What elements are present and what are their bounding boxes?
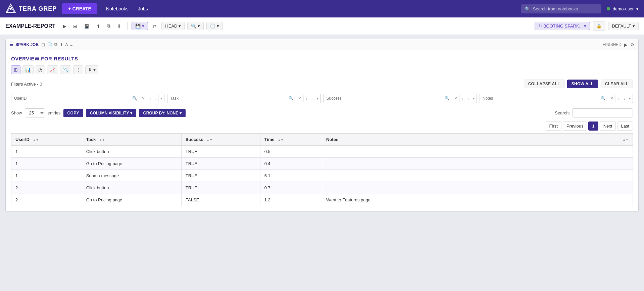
current-page-button[interactable]: 1 — [588, 122, 598, 131]
run-button[interactable]: ▶ — [61, 22, 68, 30]
booting-chevron-icon: ▾ — [584, 23, 586, 29]
success-sort-icons[interactable]: ▲▼ — [206, 138, 212, 142]
menu-icon[interactable]: ≡ — [70, 42, 73, 47]
table-header: UserID ▲▼ Task ▲▼ Success ▲▼ Time ▲▼ — [11, 134, 633, 146]
copy-button[interactable]: COPY — [63, 109, 83, 117]
notes-header-label: Notes — [326, 137, 338, 142]
first-page-button[interactable]: First — [546, 122, 561, 131]
pie-chart-btn[interactable]: ◔ — [36, 65, 45, 74]
notes-header: Notes ▲▼ — [322, 134, 633, 146]
jobs-nav[interactable]: Jobs — [135, 4, 151, 13]
bar-chart-btn[interactable]: 📊 — [22, 65, 34, 74]
userid-cell: 1 — [11, 158, 82, 170]
task-filter-input[interactable] — [167, 94, 286, 103]
document-icon[interactable]: 📄 — [47, 42, 52, 47]
userid-cell: 2 — [11, 194, 82, 206]
clear-all-button[interactable]: CLEAR ALL — [601, 80, 633, 88]
column-visibility-button[interactable]: COLUMN VISIBILITY ▾ — [86, 109, 137, 117]
clock-icon: 🕐 — [210, 23, 215, 29]
upload-button[interactable]: ⬆ — [94, 22, 102, 30]
userid-filter-input[interactable] — [11, 94, 130, 103]
booting-spark-button[interactable]: ↻ BOOTING SPARK... ▾ — [535, 22, 590, 30]
group-by-button[interactable]: GROUP BY: NONE ▾ — [139, 109, 186, 117]
userid-dropdown-icon[interactable]: ▾ — [158, 95, 164, 102]
settings-icon[interactable]: ⚙ — [630, 42, 634, 47]
user-area[interactable]: demo-user ▾ — [607, 6, 639, 11]
text-icon[interactable]: A — [65, 42, 68, 47]
success-dropdown-icon[interactable]: ▾ — [471, 95, 477, 102]
task-cell: Go to Pricing page — [82, 158, 181, 170]
toolbar-divider-1 — [127, 22, 128, 30]
lock-button[interactable]: 🔒 — [593, 21, 605, 31]
time-sort-icons[interactable]: ▲▼ — [278, 138, 284, 142]
search-input[interactable] — [533, 6, 597, 11]
userid-sort-asc-icon[interactable]: ↑ — [147, 95, 153, 102]
cloud-upload-icon[interactable]: ⬆ — [59, 42, 63, 47]
scatter-chart-btn[interactable]: ⋮ — [73, 65, 83, 74]
success-clear-icon[interactable]: ✕ — [452, 94, 459, 102]
search-box[interactable]: 🔍 — [521, 4, 601, 13]
list-icon: ☰ — [10, 42, 13, 47]
notes-filter-input[interactable] — [480, 94, 598, 103]
userid-sort-desc-icon[interactable]: ↓ — [153, 95, 159, 102]
clock-button[interactable]: 🕐 ▾ — [206, 22, 223, 30]
task-sort-asc-icon[interactable]: ↑ — [303, 95, 310, 102]
previous-page-button[interactable]: Previous — [563, 122, 587, 131]
copy-cell-button[interactable]: ⧉ — [105, 22, 112, 30]
userid-search-icon[interactable]: 🔍 — [130, 94, 140, 102]
next-page-button[interactable]: Next — [600, 122, 616, 131]
line-chart-btn[interactable]: 📉 — [60, 65, 71, 74]
create-button[interactable]: + CREATE — [62, 3, 97, 14]
overview-title: OVERVIEW FOR RESULTS — [11, 56, 633, 61]
table-chart-btn[interactable]: ⊞ — [11, 65, 20, 74]
success-cell: FALSE — [181, 194, 260, 206]
notebooks-nav[interactable]: Notebooks — [103, 4, 132, 13]
success-sort-asc-icon[interactable]: ↑ — [459, 95, 466, 102]
notes-search-icon[interactable]: 🔍 — [598, 94, 608, 102]
lock-icon: 🔒 — [596, 23, 602, 29]
task-sort-icons[interactable]: ▲▼ — [99, 138, 105, 142]
save-button[interactable]: 💾 ▾ — [132, 22, 148, 30]
layout-button[interactable]: ⊞ — [71, 22, 79, 30]
success-filter-input[interactable] — [324, 94, 442, 103]
success-search-icon[interactable]: 🔍 — [442, 94, 452, 102]
show-select[interactable]: 25 10 50 100 — [25, 108, 45, 117]
copy-icon[interactable]: ⧉ — [54, 42, 57, 47]
sync-button[interactable]: ⇄ — [151, 22, 159, 30]
task-search-icon[interactable]: 🔍 — [286, 94, 296, 102]
notebook-button[interactable]: 📓 — [82, 22, 92, 30]
cell-type-label: ☰ SPARK JOB — [10, 42, 39, 47]
collapse-all-button[interactable]: COLLAPSE ALL — [524, 80, 564, 88]
entries-label: entries — [48, 110, 61, 115]
show-all-button[interactable]: SHOW ALL — [567, 80, 598, 88]
notes-sort-desc-icon[interactable]: ↓ — [622, 95, 627, 102]
cell-header-icons: ⊡ 📄 ⧉ ⬆ A ≡ — [41, 42, 72, 47]
table-controls: Show 25 10 50 100 entries COPY COLUMN VI… — [11, 108, 633, 117]
notes-dropdown-icon[interactable]: ▾ — [627, 95, 633, 102]
run-cell-icon[interactable]: ▶ — [624, 42, 628, 47]
task-dropdown-icon[interactable]: ▾ — [315, 95, 320, 102]
search-toolbar-btn[interactable]: 🔍 ▾ — [187, 22, 204, 30]
task-clear-icon[interactable]: ✕ — [296, 94, 303, 102]
success-sort-desc-icon[interactable]: ↓ — [465, 95, 471, 102]
table-search-input[interactable] — [573, 108, 633, 117]
task-sort-desc-icon[interactable]: ↓ — [309, 95, 315, 102]
expand-icon[interactable]: ⊡ — [41, 42, 45, 47]
notes-filter: 🔍 ✕ ↑ ↓ ▾ — [480, 94, 633, 103]
notes-clear-icon[interactable]: ✕ — [608, 94, 615, 102]
userid-clear-icon[interactable]: ✕ — [140, 94, 147, 102]
last-page-button[interactable]: Last — [617, 122, 633, 131]
time-header: Time ▲▼ — [260, 134, 322, 146]
toolbar-bar: EXAMPLE-REPORT ▶ ⊞ 📓 ⬆ ⧉ ⬇ 💾 ▾ ⇄ HEAD ▾ … — [0, 17, 644, 35]
notes-cell: Went to Features page — [322, 194, 633, 206]
filters-buttons: COLLAPSE ALL SHOW ALL CLEAR ALL — [524, 80, 633, 88]
notes-sort-asc-icon[interactable]: ↑ — [615, 95, 622, 102]
userid-sort-icons[interactable]: ▲▼ — [33, 138, 39, 142]
download-chart-btn[interactable]: ⬇ ▾ — [85, 65, 98, 74]
time-cell: 1.2 — [260, 194, 322, 206]
column-chart-btn[interactable]: 📈 — [47, 65, 58, 74]
default-dropdown[interactable]: DEFAULT ▾ — [608, 22, 639, 30]
notes-sort-icons[interactable]: ▲▼ — [623, 138, 629, 141]
download-button[interactable]: ⬇ — [115, 22, 123, 30]
head-dropdown[interactable]: HEAD ▾ — [161, 22, 185, 30]
